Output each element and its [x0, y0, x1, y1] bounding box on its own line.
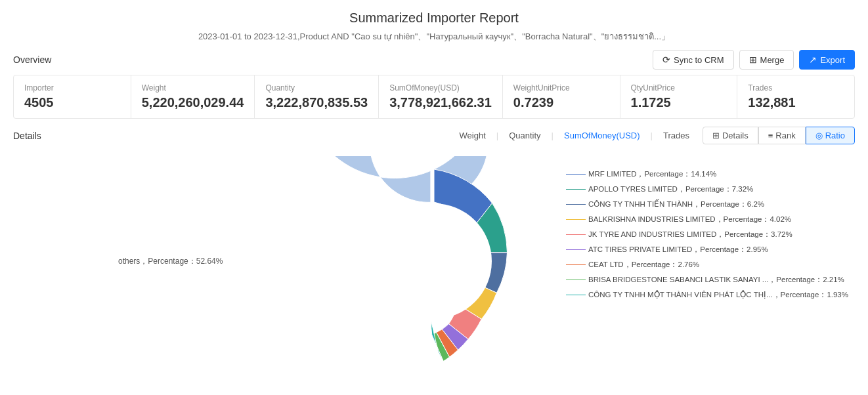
stat-qtyunitprice-value: 1.1725 — [631, 95, 727, 110]
report-title: Summarized Importer Report — [13, 10, 855, 26]
stat-trades-label: Trades — [748, 83, 844, 93]
legend-others: others，Percentage：52.64% — [118, 256, 223, 267]
export-button[interactable]: ↗ Export — [799, 50, 855, 70]
report-subtitle: 2023-01-01 to 2023-12-31,Product AND "Ca… — [13, 30, 855, 43]
tab-weight[interactable]: Weight — [454, 128, 491, 143]
stat-qtyunitprice-label: QtyUnitPrice — [631, 83, 727, 93]
chart-legend: MRF LIMITED，Percentage：14.14% APOLLO TYR… — [566, 169, 848, 300]
stat-weight-label: Weight — [142, 83, 244, 93]
overview-label: Overview — [13, 54, 51, 65]
view-ratio-button[interactable]: ◎ Ratio — [806, 127, 855, 144]
stat-weightunitprice-label: WeightUnitPrice — [513, 83, 609, 93]
legend-balkrishna: BALKRISHNA INDUSTRIES LIMITED，Percentage… — [566, 215, 848, 224]
details-label: Details — [13, 131, 41, 141]
details-section: Details Weight | Quantity | SumOfMoney(U… — [13, 127, 855, 373]
legend-line-congty1 — [566, 204, 586, 205]
tab-sumofmoney[interactable]: SumOfMoney(USD) — [559, 128, 645, 143]
merge-icon: ⊞ — [749, 54, 757, 65]
stat-quantity-value: 3,222,870,835.53 — [265, 95, 368, 110]
legend-congty1: CÔNG TY TNHH TIẾN THÀNH，Percentage：6.2% — [566, 199, 848, 209]
legend-line-balkrishna — [566, 219, 586, 220]
stats-row: Importer 4505 Weight 5,220,260,029.44 Qu… — [13, 75, 855, 119]
legend-line-ceat — [566, 264, 586, 265]
stat-weightunitprice-value: 0.7239 — [513, 95, 609, 110]
legend-jk: JK TYRE AND INDUSTRIES LIMITED，Percentag… — [566, 230, 848, 239]
donut-chart: .donut-seg { stroke: white; stroke-width… — [329, 156, 539, 366]
ratio-icon: ◎ — [815, 131, 823, 140]
stat-qtyunitprice: QtyUnitPrice 1.1725 — [620, 75, 738, 118]
legend-line-brisa — [566, 280, 586, 280]
separator-2: | — [552, 131, 553, 140]
stat-quantity-label: Quantity — [265, 83, 368, 93]
stat-trades-value: 132,881 — [748, 95, 844, 110]
view-rank-button[interactable]: ≡ Rank — [758, 127, 806, 144]
view-details-button[interactable]: ⊞ Details — [703, 127, 758, 144]
legend-line-jk — [566, 234, 586, 235]
legend-ceat: CEAT LTD，Percentage：2.76% — [566, 260, 848, 270]
tab-quantity[interactable]: Quantity — [504, 128, 546, 143]
metric-and-view: Weight | Quantity | SumOfMoney(USD) | Tr… — [454, 127, 855, 144]
stat-sumofmoney-value: 3,778,921,662.31 — [389, 95, 492, 110]
page: Summarized Importer Report 2023-01-01 to… — [0, 0, 868, 395]
legend-mrf: MRF LIMITED，Percentage：14.14% — [566, 169, 848, 179]
merge-button[interactable]: ⊞ Merge — [739, 50, 794, 70]
stat-trades: Trades 132,881 — [737, 75, 854, 118]
details-grid-icon: ⊞ — [712, 131, 720, 140]
legend-line-apollo — [566, 189, 586, 190]
stat-weight: Weight 5,220,260,029.44 — [131, 75, 255, 118]
top-bar: Overview ⟳ Sync to CRM ⊞ Merge ↗ Export — [13, 50, 855, 70]
chart-area: others，Percentage：52.64% — [13, 150, 855, 373]
stat-importer-label: Importer — [24, 83, 120, 93]
stat-weight-value: 5,220,260,029.44 — [142, 95, 244, 110]
stat-sumofmoney-label: SumOfMoney(USD) — [389, 83, 492, 93]
report-header: Summarized Importer Report 2023-01-01 to… — [13, 10, 855, 43]
legend-congty2: CÔNG TY TNHH MỘT THÀNH VIÊN PHÁT LỘC THỊ… — [566, 290, 848, 300]
legend-line-congty2 — [566, 295, 586, 295]
tab-trades[interactable]: Trades — [658, 128, 695, 143]
sync-icon: ⟳ — [662, 54, 670, 65]
legend-brisa: BRISA BRIDGESTONE SABANCI LASTIK SANAYI … — [566, 275, 848, 285]
stat-importer: Importer 4505 — [14, 75, 131, 118]
export-icon: ↗ — [809, 54, 817, 65]
details-header: Details Weight | Quantity | SumOfMoney(U… — [13, 127, 855, 144]
stat-quantity: Quantity 3,222,870,835.53 — [255, 75, 379, 118]
stat-importer-value: 4505 — [24, 95, 120, 110]
legend-line-atc — [566, 249, 586, 250]
legend-apollo: APOLLO TYRES LIMITED，Percentage：7.32% — [566, 184, 848, 194]
stat-weightunitprice: WeightUnitPrice 0.7239 — [503, 75, 620, 118]
top-actions: ⟳ Sync to CRM ⊞ Merge ↗ Export — [653, 50, 855, 70]
legend-atc: ATC TIRES PRIVATE LIMITED，Percentage：2.9… — [566, 245, 848, 255]
view-btn-group: ⊞ Details ≡ Rank ◎ Ratio — [703, 127, 855, 144]
separator-1: | — [496, 131, 498, 140]
metric-tabs: Weight | Quantity | SumOfMoney(USD) | Tr… — [454, 128, 695, 143]
stat-sumofmoney: SumOfMoney(USD) 3,778,921,662.31 — [379, 75, 503, 118]
legend-line-mrf — [566, 174, 586, 175]
sync-crm-button[interactable]: ⟳ Sync to CRM — [653, 50, 734, 70]
donut-center — [376, 203, 492, 319]
rank-icon: ≡ — [768, 131, 773, 140]
separator-3: | — [651, 131, 653, 140]
